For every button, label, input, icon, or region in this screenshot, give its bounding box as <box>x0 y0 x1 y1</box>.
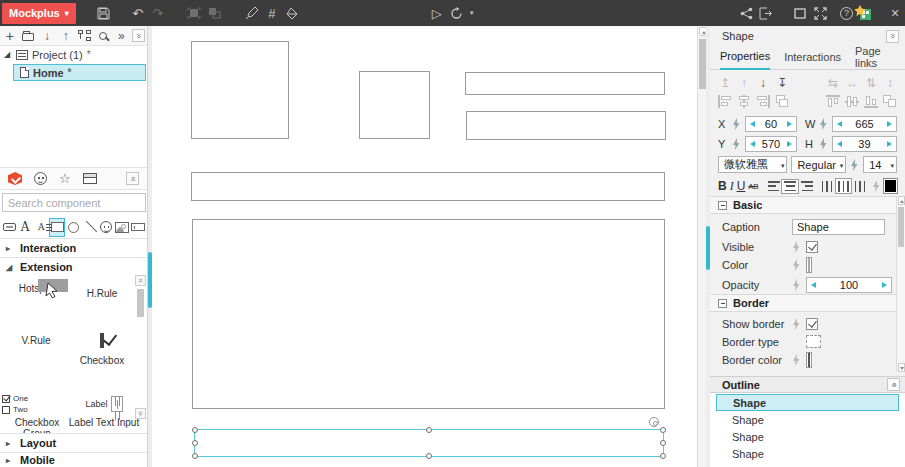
vertical-align-top-icon[interactable] <box>822 181 832 192</box>
italic-button[interactable]: I <box>730 179 734 194</box>
tab-page-links[interactable]: Page links <box>855 41 895 75</box>
scroll-thumb[interactable] <box>137 289 144 317</box>
text-align-left-icon[interactable] <box>768 181 779 191</box>
circle-component-icon[interactable] <box>66 219 80 236</box>
scroll-down-icon[interactable] <box>898 363 905 372</box>
bolt-icon[interactable] <box>792 259 801 271</box>
bold-button[interactable]: B <box>718 179 727 193</box>
ext-label-text-input[interactable]: Label Label Text Input <box>68 393 140 428</box>
align-bottom-icon[interactable] <box>864 95 878 108</box>
bring-forward-icon[interactable]: ↑ <box>737 76 751 90</box>
handle-bottom-center[interactable] <box>426 453 432 459</box>
bolt-icon[interactable] <box>850 159 859 171</box>
undo-icon[interactable]: ↶ <box>128 3 148 23</box>
canvas-shape[interactable] <box>192 219 665 409</box>
outline-item[interactable]: Shape <box>710 428 905 445</box>
ext-hrule[interactable]: H.Rule <box>72 279 132 299</box>
border-section-header[interactable]: Border <box>710 294 905 312</box>
underline-button[interactable]: U <box>737 179 746 193</box>
ext-checkbox[interactable]: Checkbox <box>72 335 132 366</box>
preview-play-icon[interactable]: ▷ <box>427 3 447 23</box>
scroll-up-icon[interactable] <box>898 196 905 205</box>
bolt-icon[interactable] <box>792 279 801 291</box>
collapse-components-icon[interactable]: » <box>126 172 139 185</box>
mockplus-menu-button[interactable]: Mockplus ▾ <box>2 3 76 24</box>
bolt-icon[interactable] <box>732 138 741 150</box>
canvas-shape[interactable] <box>465 72 665 95</box>
group-shapes-icon[interactable] <box>883 95 897 108</box>
vertical-align-bottom-icon[interactable] <box>855 181 865 192</box>
redo-icon[interactable]: ↷ <box>148 3 168 23</box>
equal-width-icon[interactable]: ↔ <box>845 76 859 90</box>
x-stepper[interactable]: 60 <box>745 116 797 132</box>
outline-item[interactable]: Shape <box>710 445 905 462</box>
equal-height-icon[interactable]: ↕ <box>883 76 897 90</box>
decrement-icon[interactable] <box>750 121 755 127</box>
new-folder-icon[interactable] <box>21 28 37 44</box>
send-backward-icon[interactable]: ↓ <box>756 76 770 90</box>
space-evenly-vertical-icon[interactable]: ⇅ <box>864 76 878 90</box>
canvas-shape[interactable] <box>191 172 665 201</box>
export-icon[interactable] <box>756 3 776 23</box>
section-interaction[interactable]: ▸ Interaction <box>0 238 147 257</box>
scroll-down-icon[interactable]: » <box>135 408 146 419</box>
visible-checkbox[interactable] <box>806 241 818 253</box>
decrement-icon[interactable] <box>837 141 842 147</box>
font-family-select[interactable]: 微软雅黑▾ <box>718 156 787 173</box>
extension-scrollbar[interactable]: » » <box>135 275 146 431</box>
align-left-icon[interactable] <box>718 95 732 108</box>
section-extension[interactable]: ◢ Extension <box>0 257 147 276</box>
decrement-icon[interactable] <box>750 141 755 147</box>
border-color-swatch[interactable] <box>806 352 812 368</box>
font-size-select[interactable]: 14▾ <box>863 156 897 173</box>
handle-mid-right[interactable] <box>660 440 666 446</box>
save-icon[interactable] <box>94 3 114 23</box>
bolt-icon[interactable] <box>872 180 881 192</box>
align-right-icon[interactable] <box>756 95 770 108</box>
show-border-checkbox[interactable] <box>806 318 818 330</box>
y-stepper[interactable]: 570 <box>745 136 797 152</box>
section-mobile[interactable]: ▸ Mobile <box>0 452 147 467</box>
opacity-stepper[interactable]: 100 <box>806 277 892 293</box>
fill-bucket-icon[interactable] <box>282 3 302 23</box>
refresh-icon[interactable] <box>447 3 467 23</box>
outline-item[interactable]: Shape <box>716 394 899 411</box>
text-component-icon[interactable]: A <box>18 219 32 236</box>
collapse-pages-icon[interactable]: » <box>132 29 145 42</box>
bolt-icon[interactable] <box>792 318 801 330</box>
border-type-swatch[interactable] <box>806 335 821 348</box>
selected-shape[interactable] <box>194 429 664 457</box>
basic-section-header[interactable]: Basic <box>710 196 905 214</box>
more-icon[interactable]: » <box>114 28 130 44</box>
move-down-icon[interactable]: ↓ <box>39 28 55 44</box>
refresh-dropdown-icon[interactable]: ▾ <box>467 3 477 23</box>
search-pages-icon[interactable] <box>95 28 111 44</box>
format-painter-icon[interactable] <box>242 3 262 23</box>
button-component-icon[interactable] <box>2 219 16 236</box>
tab-interactions[interactable]: Interactions <box>784 47 841 69</box>
handle-bottom-right[interactable] <box>660 453 666 459</box>
outline-item[interactable]: Shape <box>710 462 905 467</box>
vertical-align-middle-selected[interactable] <box>835 178 852 194</box>
same-size-icon[interactable] <box>775 95 789 108</box>
image-component-icon[interactable] <box>115 219 129 236</box>
handle-top-left[interactable] <box>192 427 198 433</box>
bolt-icon[interactable] <box>792 354 801 366</box>
align-top-icon[interactable] <box>826 95 840 108</box>
ungroup-icon[interactable] <box>204 3 224 23</box>
properties-scrollbar[interactable] <box>896 196 905 372</box>
space-evenly-horizontal-icon[interactable]: ⇆ <box>826 76 840 90</box>
canvas-page[interactable] <box>152 26 697 467</box>
text-align-center-selected[interactable] <box>781 179 799 194</box>
text-align-right-icon[interactable] <box>802 181 813 191</box>
ext-hotspot[interactable]: Hotspot <box>8 279 64 294</box>
canvas-shape[interactable] <box>359 71 430 139</box>
expander-icon[interactable]: ◢ <box>4 50 12 59</box>
text-color-swatch[interactable] <box>884 179 897 193</box>
outline-item[interactable]: Shape <box>710 411 905 428</box>
fill-color-swatch[interactable] <box>806 257 812 273</box>
ext-vrule[interactable]: V.Rule <box>8 331 64 346</box>
scroll-up-icon[interactable]: » <box>135 275 146 286</box>
bring-to-front-icon[interactable]: ↥ <box>718 76 732 90</box>
bolt-icon[interactable] <box>792 241 801 253</box>
